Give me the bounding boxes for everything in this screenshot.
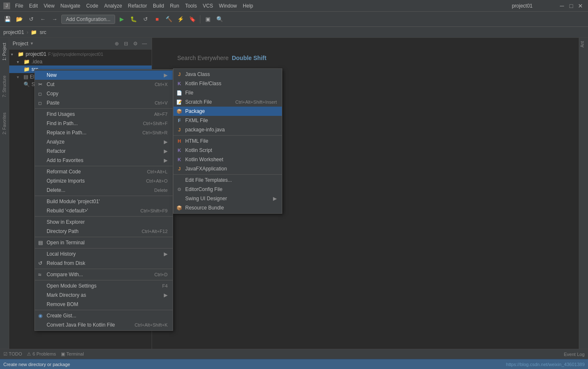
file-icon: 📄 (176, 89, 183, 96)
ctx-add-favorites[interactable]: Add to Favorites ▶ (35, 156, 173, 165)
menu-vcs[interactable]: VCS (200, 2, 216, 10)
favorites-tab[interactable]: 2: Favorites (1, 109, 8, 138)
reload-icon: ↺ (38, 260, 42, 266)
minimize-button[interactable]: ─ (558, 2, 566, 10)
sub-javafx-app[interactable]: J JavaFXApplication (173, 164, 282, 173)
event-log[interactable]: Event Log (564, 352, 585, 357)
ctx-find-in-path[interactable]: Find in Path... Ctrl+Shift+F (35, 119, 173, 128)
ctx-rebuild[interactable]: Rebuild '<default>' Ctrl+Shift+F9 (35, 206, 173, 215)
bookmark-button[interactable]: 🔖 (187, 14, 197, 24)
ctx-analyze[interactable]: Analyze ▶ (35, 137, 173, 147)
ctx-optimize-shortcut: Ctrl+Alt+O (146, 178, 168, 183)
run-button[interactable]: ▶ (117, 14, 127, 24)
ctx-replace-in-path[interactable]: Replace in Path... Ctrl+Shift+R (35, 128, 173, 137)
project-tab[interactable]: 1: Project (1, 39, 8, 64)
ctx-paste[interactable]: ◻ Paste Ctrl+V (35, 98, 173, 107)
debug-button[interactable]: 🐛 (129, 14, 139, 24)
ctx-directory-path[interactable]: Directory Path Ctrl+Alt+F12 (35, 227, 173, 236)
sub-resource-bundle-label: Resource Bundle (185, 205, 224, 211)
sub-package-info[interactable]: J package-info.java (173, 125, 282, 134)
ctx-open-terminal[interactable]: ▤ Open in Terminal (35, 238, 173, 247)
sub-edit-templates[interactable]: Edit File Templates... (173, 175, 282, 185)
ctx-create-gist[interactable]: ◉ Create Gist... (35, 311, 173, 320)
build2-button[interactable]: ⚡ (176, 14, 186, 24)
ctx-directory-path-label: Directory Path (47, 228, 79, 234)
ant-tab[interactable]: Ant (579, 38, 585, 51)
menu-tools[interactable]: Tools (183, 2, 200, 10)
menu-view[interactable]: View (41, 2, 57, 10)
close-panel-icon[interactable]: — (141, 40, 148, 47)
terminal-tab[interactable]: ▣ Terminal (61, 351, 84, 357)
sub-fxml-file[interactable]: F FXML File (173, 116, 282, 125)
sync-button[interactable]: ↺ (26, 14, 36, 24)
stop-button[interactable]: ■ (152, 14, 162, 24)
ctx-reload[interactable]: ↺ Reload from Disk (35, 259, 173, 268)
open-button[interactable]: 📂 (14, 14, 24, 24)
ctx-delete[interactable]: Delete... Delete (35, 186, 173, 195)
sub-kotlin-script[interactable]: K Kotlin Script (173, 146, 282, 155)
menu-edit[interactable]: Edit (26, 2, 40, 10)
add-configuration-button[interactable]: Add Configuration... (61, 15, 115, 24)
menu-build[interactable]: Build (150, 2, 167, 10)
ctx-mark-directory[interactable]: Mark Directory as ▶ (35, 290, 173, 300)
sub-swing-ui[interactable]: Swing UI Designer ▶ (173, 194, 282, 203)
ctx-module-settings[interactable]: Open Module Settings F4 (35, 281, 173, 290)
ctx-remove-bom[interactable]: Remove BOM (35, 300, 173, 309)
sub-kotlin-file-label: Kotlin File/Class (185, 81, 221, 86)
terminal-button[interactable]: ▣ (203, 14, 213, 24)
locate-icon[interactable]: ⊕ (113, 40, 121, 47)
ctx-module-settings-label: Open Module Settings (47, 283, 97, 289)
tree-item-idea[interactable]: ▾ 📁 .idea (9, 58, 152, 65)
tree-item-project[interactable]: ▾ 📁 project01 F:\jpj\mysqldemo\project01 (9, 50, 152, 58)
ctx-new[interactable]: New ▶ (35, 71, 173, 80)
sub-scratch-file[interactable]: 📝 Scratch File Ctrl+Alt+Shift+Insert (173, 97, 282, 107)
status-url[interactable]: https://blog.csdn.net/weixin_43601389 (506, 362, 585, 367)
sub-kotlin-file[interactable]: K Kotlin File/Class (173, 79, 282, 88)
sub-java-class[interactable]: J Java Class (173, 70, 282, 79)
ctx-compare[interactable]: ≈ Compare With... Ctrl+D (35, 270, 173, 279)
menu-help[interactable]: Help (240, 2, 256, 10)
forward-button[interactable]: → (50, 14, 60, 24)
close-button[interactable]: ✕ (576, 2, 585, 10)
search-everywhere-button[interactable]: 🔍 (215, 14, 225, 24)
collapse-icon[interactable]: ⊟ (122, 40, 130, 47)
menu-analyze[interactable]: Analyze (102, 2, 125, 10)
ctx-copy[interactable]: ◻ Copy (35, 89, 173, 98)
sub-kotlin-worksheet[interactable]: K Kotlin Worksheet (173, 155, 282, 164)
todo-tab[interactable]: ☑ TODO (3, 351, 22, 357)
menu-run[interactable]: Run (168, 2, 182, 10)
status-bar: Create new directory or package https://… (0, 359, 588, 369)
ctx-sep1 (35, 108, 173, 109)
build-button[interactable]: 🔨 (164, 14, 174, 24)
menu-file[interactable]: File (13, 2, 26, 10)
menu-code[interactable]: Code (84, 2, 101, 10)
ctx-add-favorites-label: Add to Favorites (47, 157, 83, 163)
sub-package[interactable]: 📦 Package (173, 107, 282, 116)
sub-file[interactable]: 📄 File (173, 88, 282, 97)
back-button[interactable]: ← (38, 14, 48, 24)
ctx-build-module[interactable]: Build Module 'project01' (35, 197, 173, 206)
project-panel-dropdown[interactable]: ▾ (31, 41, 33, 46)
menu-navigate[interactable]: Navigate (58, 2, 83, 10)
menu-refactor[interactable]: Refactor (126, 2, 150, 10)
ctx-local-history[interactable]: Local History ▶ (35, 249, 173, 259)
ctx-find-usages[interactable]: Find Usages Alt+F7 (35, 110, 173, 119)
ctx-optimize[interactable]: Optimize Imports Ctrl+Alt+O (35, 176, 173, 186)
structure-tab[interactable]: 7: Structure (1, 72, 8, 101)
project-label[interactable]: project01 (3, 29, 24, 35)
folder-label[interactable]: src (39, 29, 46, 35)
ctx-show-explorer[interactable]: Show in Explorer (35, 217, 173, 227)
maximize-button[interactable]: □ (567, 2, 575, 10)
ctx-convert-kotlin[interactable]: Convert Java File to Kotlin File Ctrl+Al… (35, 320, 173, 330)
sub-html-file[interactable]: H HTML File (173, 136, 282, 146)
problems-tab[interactable]: ⚠ 6 Problems (27, 351, 56, 357)
ctx-reformat[interactable]: Reformat Code Ctrl+Alt+L (35, 167, 173, 176)
menu-window[interactable]: Window (216, 2, 239, 10)
run-coverage-button[interactable]: ↺ (140, 14, 150, 24)
save-button[interactable]: 💾 (3, 14, 13, 24)
ctx-refactor[interactable]: Refactor ▶ (35, 147, 173, 156)
ctx-cut[interactable]: ✂ Cut Ctrl+X (35, 80, 173, 89)
sub-editorconfig[interactable]: ⚙ EditorConfig File (173, 185, 282, 194)
sub-resource-bundle[interactable]: 📦 Resource Bundle (173, 203, 282, 212)
settings-icon[interactable]: ⚙ (131, 40, 139, 47)
